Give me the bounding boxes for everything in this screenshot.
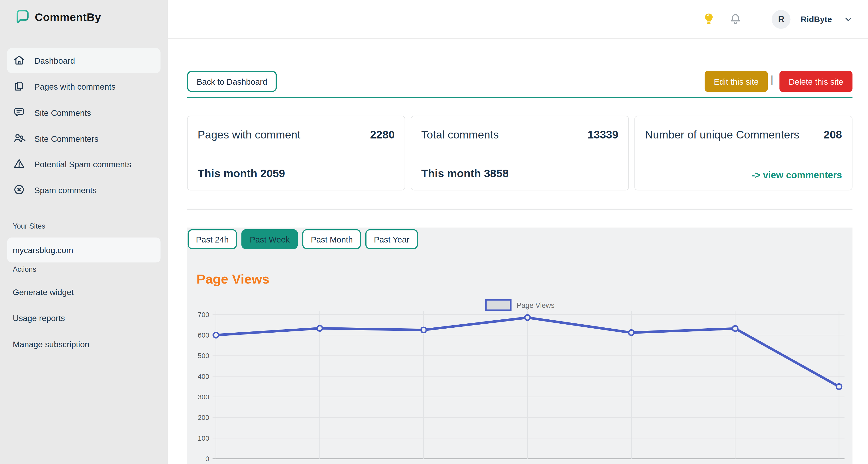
time-range-filters: Past 24h Past Week Past Month Past Year: [188, 229, 418, 249]
y-tick-label: 400: [198, 372, 209, 380]
warning-icon: [13, 157, 26, 171]
sidebar-item-manage-subscription[interactable]: Manage subscription: [13, 339, 89, 349]
sidebar-item-label: Dashboard: [34, 56, 75, 65]
data-point: [628, 330, 634, 335]
data-point: [525, 315, 530, 320]
x-tick-label: Jul 12: [310, 463, 329, 464]
cards-divider: [187, 209, 852, 210]
data-point: [733, 326, 738, 331]
stat-label: Number of unique Commenters: [645, 128, 799, 141]
toolbar-separator: |: [771, 73, 776, 86]
users-icon: [13, 131, 26, 146]
brand-name: CommentBy: [35, 11, 101, 24]
home-icon: [13, 53, 26, 68]
y-tick-label: 300: [198, 393, 209, 401]
x-tick-label: Jul 11: [207, 463, 225, 464]
stat-sub: This month 2059: [198, 167, 285, 180]
stat-label: Total comments: [421, 128, 499, 141]
bell-icon[interactable]: [728, 12, 743, 26]
commentby-bubble-icon: [13, 8, 30, 27]
comment-icon: [13, 105, 26, 120]
avatar[interactable]: R: [772, 10, 790, 29]
x-tick-label: Jul 16: [726, 463, 744, 464]
filter-past-week[interactable]: Past Week: [242, 229, 298, 249]
x-tick-label: Jul 13: [414, 463, 433, 464]
actions-label: Actions: [13, 265, 36, 273]
y-tick-label: 700: [198, 311, 209, 318]
y-tick-label: 600: [198, 331, 209, 339]
sidebar-item-label: Site Comments: [34, 108, 91, 118]
legend-swatch: [485, 299, 512, 311]
sidebar-item-label: Site Commenters: [34, 134, 99, 144]
data-point: [213, 332, 219, 338]
chevron-down-icon[interactable]: [844, 16, 852, 23]
sidebar-item-dashboard[interactable]: Dashboard: [7, 48, 161, 73]
teal-divider: [187, 97, 852, 98]
your-sites-label: Your Sites: [13, 222, 45, 230]
sidebar-item-site-commenters[interactable]: Site Commenters: [7, 126, 161, 151]
sidebar-item-spam-comments[interactable]: Spam comments: [7, 178, 161, 203]
edit-site-button[interactable]: Edit this site: [705, 71, 768, 92]
chart-legend[interactable]: Page Views: [187, 299, 852, 311]
avatar-initial: R: [778, 14, 784, 24]
sidebar-item-site-comments[interactable]: Site Comments: [7, 100, 161, 125]
header-divider: [757, 9, 757, 29]
page-views-line-chart[interactable]: 0100200300400500600700Jul 11Jul 12Jul 13…: [187, 310, 852, 464]
filter-past-year[interactable]: Past Year: [366, 229, 418, 249]
back-to-dashboard-button[interactable]: Back to Dashboard: [187, 71, 277, 92]
commentby-app: CommentBy Dashboard Pages with comments …: [0, 0, 868, 464]
chart-title: Page Views: [196, 271, 269, 287]
stat-label: Pages with comment: [198, 128, 301, 141]
pages-icon: [13, 80, 26, 94]
sidebar-item-label: Pages with comments: [34, 82, 116, 91]
sidebar-site-mycarsblog[interactable]: mycarsblog.com: [7, 238, 161, 262]
y-tick-label: 100: [198, 434, 209, 442]
stat-sub: This month 3858: [421, 167, 508, 180]
data-point: [317, 326, 322, 331]
top-header: R RidByte: [168, 0, 868, 39]
data-point: [421, 328, 427, 333]
sidebar: CommentBy Dashboard Pages with comments …: [0, 0, 168, 464]
sidebar-item-generate-widget[interactable]: Generate widget: [13, 287, 73, 297]
x-tick-label: Jul 17: [830, 463, 848, 464]
filter-past-24h[interactable]: Past 24h: [188, 229, 237, 249]
view-commenters-link[interactable]: -> view commenters: [752, 170, 842, 181]
sidebar-item-usage-reports[interactable]: Usage reports: [13, 313, 65, 323]
stat-card-unique-commenters: Number of unique Commenters 208 -> view …: [634, 116, 852, 191]
y-tick-label: 500: [198, 352, 209, 360]
header-right-cluster: R RidByte: [702, 0, 852, 38]
stat-card-pages-with-comment: Pages with comment 2280 This month 2059: [187, 116, 405, 191]
y-tick-label: 0: [206, 455, 209, 463]
stat-value: 2280: [370, 128, 395, 141]
legend-label: Page Views: [517, 301, 555, 309]
sidebar-item-pages-with-comments[interactable]: Pages with comments: [7, 74, 161, 99]
stat-card-total-comments: Total comments 13339 This month 3858: [411, 116, 629, 191]
sidebar-item-potential-spam[interactable]: Potential Spam comments: [7, 152, 161, 177]
stat-value: 13339: [588, 128, 618, 141]
filter-past-month[interactable]: Past Month: [303, 229, 361, 249]
stat-value: 208: [824, 128, 842, 141]
brand-logo[interactable]: CommentBy: [13, 8, 101, 27]
x-tick-label: Jul 14: [518, 463, 536, 464]
sidebar-item-label: Spam comments: [34, 185, 97, 195]
data-point: [836, 384, 842, 390]
y-tick-label: 200: [198, 413, 209, 421]
x-tick-label: Jul 15: [622, 463, 640, 464]
site-label: mycarsblog.com: [13, 245, 73, 255]
page-views-panel: Past 24h Past Week Past Month Past Year …: [187, 228, 852, 464]
delete-site-button[interactable]: Delete this site: [779, 71, 852, 92]
lightbulb-icon[interactable]: [702, 11, 716, 26]
user-name: RidByte: [801, 14, 832, 24]
x-circle-icon: [13, 183, 26, 197]
sidebar-item-label: Potential Spam comments: [34, 159, 131, 169]
